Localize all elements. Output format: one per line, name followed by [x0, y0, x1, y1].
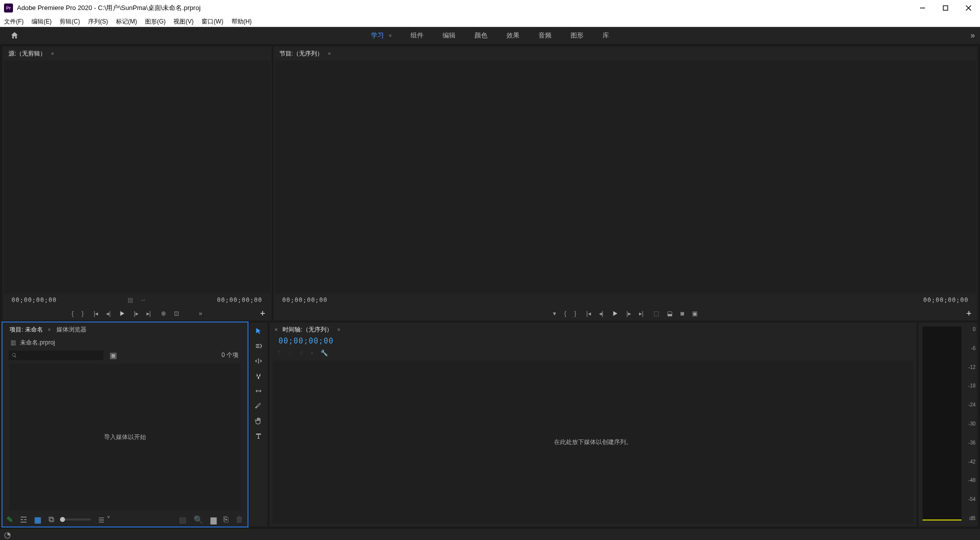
menu-edit[interactable]: 编辑(E) [28, 16, 56, 26]
menu-clip[interactable]: 剪辑(C) [56, 16, 84, 26]
pen-tool[interactable] [252, 400, 264, 412]
step-back-icon[interactable]: ◂| [599, 310, 604, 317]
freeform-view-icon[interactable]: ⧉ [48, 515, 54, 524]
media-browser-tab[interactable]: 媒体浏览器 [54, 324, 88, 336]
slip-tool[interactable] [252, 386, 264, 396]
search-field[interactable] [17, 352, 100, 358]
go-to-out-icon[interactable]: ▸| [639, 310, 644, 317]
go-to-in-icon[interactable]: |◂ [586, 310, 590, 317]
menu-view[interactable]: 视图(V) [170, 16, 198, 26]
workspace-editing[interactable]: 编辑 [442, 31, 456, 40]
list-view-icon[interactable]: ☲ [20, 515, 27, 524]
status-bar: ◔ [0, 529, 980, 540]
mark-in-icon[interactable]: { [564, 310, 566, 317]
find-icon[interactable]: 🔍 [194, 515, 204, 524]
program-timecode-right: 00;00;00;00 [924, 296, 968, 304]
comparison-view-icon[interactable]: ▣ [692, 310, 698, 317]
project-tab[interactable]: 项目: 未命名≡ [8, 324, 52, 336]
project-dropzone[interactable]: 导入媒体以开始 [10, 364, 240, 510]
ripple-edit-tool[interactable] [252, 356, 264, 366]
insert-icon[interactable]: ⊕ [161, 310, 166, 317]
button-editor-icon[interactable]: + [966, 308, 972, 319]
timeline-dropzone[interactable]: 在此处放下媒体以创建序列。 [272, 360, 914, 524]
workspace-assembly[interactable]: 组件 [410, 31, 424, 40]
panel-menu-icon[interactable]: ≡ [51, 51, 54, 56]
minimize-button[interactable] [911, 0, 934, 16]
step-forward-icon[interactable]: |▸ [134, 310, 138, 317]
close-button[interactable] [957, 0, 980, 16]
source-tab[interactable]: 源:（无剪辑）≡ [8, 48, 55, 60]
button-editor-icon[interactable]: + [260, 308, 266, 319]
zoom-slider[interactable] [61, 518, 91, 520]
workspace-audio[interactable]: 音频 [538, 31, 552, 40]
overwrite-icon[interactable]: ⊡ [174, 310, 179, 317]
close-panel-icon[interactable]: × [274, 326, 278, 332]
workspace-label: 学习 [371, 31, 384, 40]
workspace-graphics[interactable]: 图形 [570, 31, 584, 40]
step-back-icon[interactable]: ◂| [106, 310, 110, 317]
razor-tool[interactable] [252, 370, 264, 382]
workspace-color[interactable]: 颜色 [474, 31, 488, 40]
source-tab-label: 源:（无剪辑） [8, 50, 46, 58]
new-bin-icon[interactable]: ▆ [210, 515, 216, 524]
hand-tool[interactable] [252, 416, 264, 426]
workspace-overflow-button[interactable]: » [970, 31, 975, 40]
workspace-learn[interactable]: 学习≡ [371, 31, 392, 40]
filter-bin-icon[interactable]: ▣ [110, 350, 117, 360]
mark-out-icon[interactable]: } [574, 310, 576, 317]
fit-icon[interactable]: ▤ [128, 296, 133, 304]
workspace-effects[interactable]: 效果 [506, 31, 520, 40]
source-timecode-left[interactable]: 00;00;00;00 [12, 296, 56, 304]
search-input[interactable] [8, 350, 104, 360]
maximize-button[interactable] [934, 0, 957, 16]
home-button[interactable] [0, 27, 29, 44]
timeline-settings-icon[interactable]: 🔧 [320, 350, 328, 356]
resolution-icon[interactable]: ↔ [140, 296, 146, 304]
sort-icon[interactable]: ≣ ˅ [98, 515, 110, 524]
program-tab[interactable]: 节目:（无序列）≡ [278, 48, 332, 60]
snap-icon[interactable]: ∩ [288, 350, 293, 356]
menu-window[interactable]: 窗口(W) [198, 16, 227, 26]
play-icon[interactable] [612, 310, 618, 317]
icon-view-icon[interactable]: ▦ [34, 515, 42, 524]
mark-out-icon[interactable]: } [82, 310, 84, 317]
panel-menu-icon[interactable]: ≡ [328, 51, 330, 56]
clear-icon[interactable]: 🗑 [236, 515, 244, 524]
linked-selection-icon[interactable]: ⎘ [300, 350, 304, 356]
timeline-tab[interactable]: 时间轴:（无序列）≡ [282, 324, 341, 336]
automate-to-sequence-icon[interactable]: ▤ [179, 515, 186, 524]
menu-graphics[interactable]: 图形(G) [141, 16, 170, 26]
go-to-out-icon[interactable]: ▸| [146, 310, 151, 317]
step-forward-icon[interactable]: |▸ [626, 310, 631, 317]
mark-in-icon[interactable]: { [72, 310, 74, 317]
status-icon[interactable]: ◔ [4, 530, 11, 540]
source-monitor-view[interactable] [4, 60, 270, 294]
menu-file[interactable]: 文件(F) [0, 16, 28, 26]
program-timecode-left[interactable]: 00;00;00;00 [282, 296, 328, 304]
go-to-in-icon[interactable]: |◂ [94, 310, 98, 317]
add-marker-icon[interactable]: ▾ [553, 310, 556, 317]
panel-menu-icon[interactable]: ≡ [48, 327, 50, 332]
play-icon[interactable] [118, 310, 126, 317]
lift-icon[interactable]: ⬚ [654, 310, 659, 317]
workspace-libraries[interactable]: 库 [602, 31, 609, 40]
panel-menu-icon[interactable]: ≡ [338, 327, 340, 332]
track-select-tool[interactable] [252, 340, 264, 352]
workspace-bar: 学习≡ 组件 编辑 颜色 效果 音频 图形 库 » [0, 27, 980, 44]
search-icon [12, 352, 17, 358]
new-item-icon[interactable]: ⎘ [224, 515, 228, 524]
timeline-timecode[interactable]: 00;00;00;00 [278, 336, 334, 346]
insert-sequence-icon[interactable]: ⤒ [276, 350, 282, 356]
menu-sequence[interactable]: 序列(S) [84, 16, 112, 26]
selection-tool[interactable] [252, 326, 264, 336]
menu-marker[interactable]: 标记(M) [112, 16, 141, 26]
export-frame-icon[interactable]: ◙ [680, 310, 684, 317]
extract-icon[interactable]: ⬓ [667, 310, 672, 317]
menu-help[interactable]: 帮助(H) [228, 16, 256, 26]
type-tool[interactable] [252, 430, 264, 442]
program-monitor-view[interactable] [275, 60, 976, 294]
add-marker-icon[interactable]: ▾ [310, 350, 314, 356]
writable-icon[interactable]: ✎ [6, 515, 13, 524]
export-frame-icon[interactable]: » [199, 310, 202, 317]
audio-meter[interactable] [922, 326, 962, 520]
